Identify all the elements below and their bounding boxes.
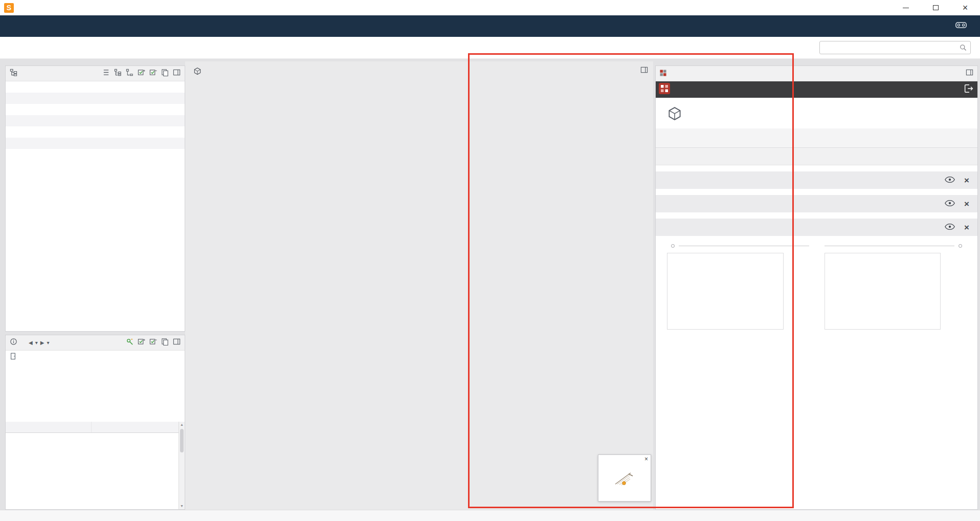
tree-group-icon-1[interactable] [114,69,122,78]
eye-icon[interactable] [945,223,955,232]
has-systems-list[interactable] [825,253,941,330]
drofus-logo-icon [659,83,670,96]
close-icon: × [963,3,968,12]
maximize-icon [933,5,939,10]
info-table-scrollbar[interactable]: ▲ ▼ [179,422,185,509]
room-section-header: × [656,195,977,212]
viewport-dock-icon[interactable] [640,66,648,76]
workspace: × [0,59,980,510]
next-object-button[interactable]: ▶ [40,340,44,345]
dock-icon[interactable] [173,69,181,78]
maximize-button[interactable] [921,0,950,15]
general-section-header: × [656,171,977,189]
doors-svg [185,61,653,510]
model-tree-empty-area [6,81,185,153]
system-section-header: × [656,219,977,236]
prev-dropdown-icon[interactable]: ▾ [35,340,38,345]
viewport-3d[interactable]: × [185,61,653,510]
solibri-app-window: S × [0,0,980,521]
main-toolbar [0,37,980,59]
copy-icon[interactable] [161,69,169,78]
status-bar [0,510,980,521]
minimize-button[interactable] [891,0,921,15]
minimize-icon [903,8,909,8]
highlight-in-model-icon[interactable] [126,338,133,348]
checkbox-select-icon[interactable] [138,69,145,78]
connector-node-icon [671,244,675,248]
info-panel: ◀ ▾ ▶ ▾ [5,335,185,510]
occurrence-cube-icon [667,106,682,123]
primary-system-list[interactable] [667,253,784,330]
model-tree-panel [5,66,185,332]
connector-line [679,246,809,246]
title-bar: S × [0,0,980,15]
scrollbar-thumb[interactable] [180,429,184,452]
system-diagram [656,236,977,330]
section-close-icon[interactable]: × [964,176,969,185]
connector-node-icon [959,244,962,248]
dock-icon[interactable] [966,69,973,78]
drofus-panel: × × × [655,66,978,510]
scroll-up-icon[interactable]: ▲ [179,422,185,428]
open-in-drofus-icon[interactable] [963,83,974,96]
info-table-header [6,422,185,433]
drofus-actions [656,148,977,165]
ribbon-bar [0,15,980,37]
connector-line [825,246,955,246]
close-button[interactable]: × [950,0,980,15]
eye-icon[interactable] [945,200,955,208]
solibri-logo-icon: S [4,3,14,13]
prev-object-button[interactable]: ◀ [29,340,33,345]
cube-icon [193,67,202,77]
tree-group-icon-2[interactable] [126,69,133,78]
roof-thumbnail [598,462,651,495]
dock-icon[interactable] [173,338,181,348]
view-label [193,67,205,77]
checkbox-deselect-icon[interactable] [149,338,157,348]
checkbox-deselect-icon[interactable] [149,69,157,78]
info-table: ▲ ▼ [6,422,185,509]
scroll-down-icon[interactable]: ▼ [179,503,185,509]
roof-main-overlay[interactable]: × [598,454,651,502]
section-close-icon[interactable]: × [964,223,969,232]
drofus-tabs [656,128,977,148]
search-input[interactable] [819,41,971,54]
views-goggles-icon[interactable] [955,21,967,31]
eye-icon[interactable] [945,176,955,185]
info-panel-icon [10,338,17,348]
tree-view-mode-icon[interactable] [102,69,110,78]
drofus-panel-icon [660,69,666,78]
selected-object-row [6,351,185,363]
copy-icon[interactable] [161,338,169,348]
checkbox-select-icon[interactable] [138,338,145,348]
search-icon [959,44,967,52]
model-tree-icon [10,69,17,78]
section-close-icon[interactable]: × [964,200,969,208]
overlay-close-icon[interactable]: × [644,456,648,462]
drofus-toolbar-strip [656,81,977,98]
door-icon [10,353,16,361]
next-dropdown-icon[interactable]: ▾ [47,340,49,345]
